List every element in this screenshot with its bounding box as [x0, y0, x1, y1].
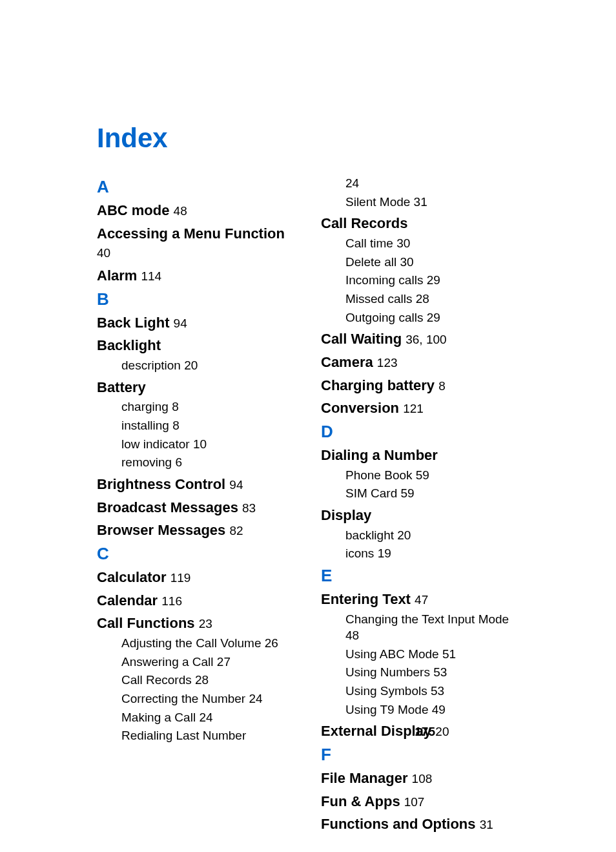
page-ref: 123 [377, 356, 398, 369]
index-letter: C [97, 544, 295, 564]
index-subentry: charging 8 [121, 399, 295, 415]
page-ref: 116 [161, 594, 182, 608]
index-entry: Call Waiting 36, 100 [321, 329, 519, 349]
index-entry: Browser Messages 82 [97, 521, 295, 540]
index-subentry: Using Numbers 53 [345, 664, 519, 681]
index-entry: Backlight [97, 336, 295, 355]
page-ref: 107 [404, 795, 425, 809]
index-subentry: Adjusting the Call Volume 26 [121, 635, 295, 652]
index-entry: Broadcast Messages 83 [97, 498, 295, 517]
page-ref: 8 [438, 379, 446, 393]
page-ref: 31 [480, 818, 493, 831]
index-subentry: description 20 [121, 357, 295, 374]
index-letter: D [321, 422, 519, 442]
index-subentry: Outgoing calls 29 [345, 309, 519, 326]
page-ref: 48 [174, 204, 187, 218]
index-subentry: Correcting the Number 24 [121, 691, 295, 707]
index-subentry: removing 6 [121, 454, 295, 471]
index-subentry: installing 8 [121, 417, 295, 434]
index-subentry: Answering a Call 27 [121, 654, 295, 670]
page-ref: 83 [242, 501, 256, 515]
index-entry: Calculator 119 [97, 568, 295, 587]
index-subentry: 24 [345, 175, 519, 192]
index-subentry: Missed calls 28 [345, 291, 519, 307]
page-ref: 119 [170, 571, 191, 585]
index-subentry: low indicator 10 [121, 436, 295, 453]
index-entry: Functions and Options 31 [321, 815, 519, 834]
index-subentry: Phone Book 59 [345, 467, 519, 484]
index-subentry: backlight 20 [345, 527, 519, 544]
index-entry: Brightness Control 94 [97, 475, 295, 494]
page-ref: 20 [435, 725, 449, 738]
index-entry: Fun & Apps 107 [321, 792, 519, 811]
index-entry: Camera 123 [321, 353, 519, 372]
index-subentry: Using Symbols 53 [345, 683, 519, 700]
page-ref: 82 [229, 524, 243, 537]
index-subentry: Redialing Last Number [121, 727, 295, 744]
page-ref: 94 [229, 478, 243, 492]
index-entry: Call Functions 23 [97, 614, 295, 633]
index-entry: Entering Text 47 [321, 590, 519, 609]
index-entry: Conversion 121 [321, 399, 519, 418]
page-ref: 47 [415, 593, 428, 607]
page-ref: 40 [97, 246, 110, 260]
index-entry: Calendar 116 [97, 591, 295, 610]
index-subentry: Delete all 30 [345, 254, 519, 271]
index-columns: AABC mode 48Accessing a Menu Function 40… [97, 173, 519, 834]
index-entry: Dialing a Number [321, 446, 519, 465]
index-page: Index AABC mode 48Accessing a Menu Funct… [0, 0, 616, 852]
left-column: AABC mode 48Accessing a Menu Function 40… [97, 173, 295, 834]
index-entry: Display [321, 506, 519, 525]
page-ref: 121 [403, 402, 424, 415]
index-entry: Accessing a Menu Function 40 [97, 224, 295, 262]
index-letter: A [97, 177, 295, 197]
index-subentry: Using T9 Mode 49 [345, 701, 519, 718]
page-ref: 36, 100 [406, 333, 446, 346]
index-subentry: Changing the Text Input Mode 48 [345, 611, 519, 644]
index-subentry: Making a Call 24 [121, 709, 295, 726]
index-entry: Alarm 114 [97, 266, 295, 286]
index-letter: F [321, 745, 519, 765]
index-entry: Charging battery 8 [321, 376, 519, 395]
index-entry: File Manager 108 [321, 769, 519, 788]
index-subentry: icons 19 [345, 545, 519, 562]
index-entry: Call Records [321, 214, 519, 233]
index-letter: E [321, 566, 519, 586]
index-letter: B [97, 289, 295, 309]
index-subentry: Using ABC Mode 51 [345, 646, 519, 663]
page-ref: 23 [199, 617, 212, 630]
page-title: Index [97, 123, 519, 154]
page-ref: 114 [141, 269, 161, 283]
index-subentry: Call Records 28 [121, 672, 295, 689]
index-entry: ABC mode 48 [97, 201, 295, 220]
index-subentry: Incoming calls 29 [345, 272, 519, 289]
page-number: 175 [415, 725, 435, 739]
index-subentry: Call time 30 [345, 235, 519, 252]
page-ref: 108 [412, 772, 433, 785]
index-entry: Battery [97, 378, 295, 397]
index-subentry: Silent Mode 31 [345, 194, 519, 211]
page-ref: 94 [174, 317, 187, 330]
index-entry: Back Light 94 [97, 313, 295, 333]
index-subentry: SIM Card 59 [345, 485, 519, 502]
